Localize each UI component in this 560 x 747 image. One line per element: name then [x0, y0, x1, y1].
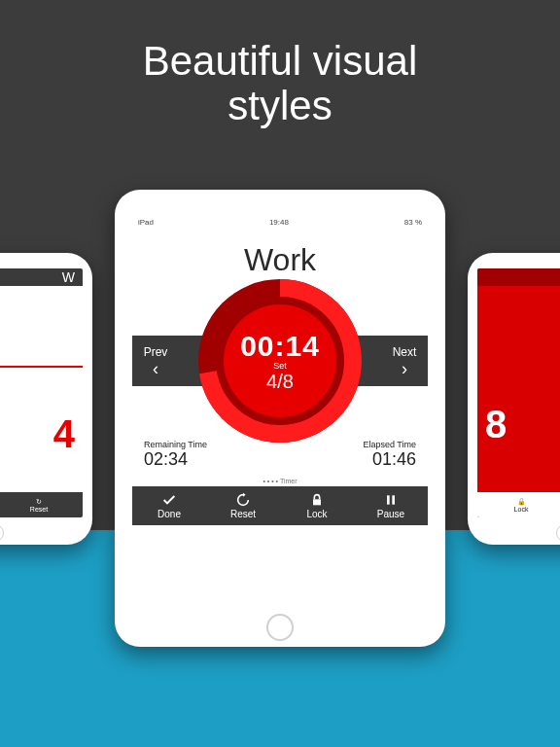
page-dots: • • • • Timer — [132, 476, 428, 486]
left-progress — [0, 366, 83, 368]
timer-value: 00:14 — [240, 330, 320, 363]
status-device: iPad — [138, 218, 154, 227]
left-remaining-value: 02:36 — [0, 474, 77, 490]
left-title: W — [62, 269, 75, 285]
headline-2: styles — [228, 83, 332, 128]
right-elapsed: Elapsed Time 01:42 — [483, 465, 560, 490]
ipad-center: iPad 19:48 83 % Work Prev ‹ Next › — [115, 190, 445, 647]
right-elapsed-label: Elapsed Time — [483, 465, 560, 474]
set-fraction: 4/8 — [266, 371, 294, 393]
status-time: 19:48 — [269, 218, 289, 227]
reset-button[interactable]: Reset — [206, 486, 280, 525]
svg-rect-3 — [392, 495, 395, 504]
right-toolbar: 🔒 Lock ❚❚ Pause — [477, 492, 560, 517]
pause-button[interactable]: Pause — [354, 486, 428, 525]
left-remaining-label: Remaining Time — [0, 465, 77, 474]
right-screen: › 18 8 Elapsed Time 01:42 🔒 Lock — [477, 268, 560, 517]
home-button[interactable] — [0, 524, 4, 542]
status-bar: iPad 19:48 83 % — [132, 215, 428, 229]
elapsed-value: 01:46 — [363, 449, 416, 470]
chevron-right-icon: › — [402, 360, 407, 377]
left-set: 4 — [0, 372, 83, 456]
lock-button[interactable]: Lock — [280, 486, 354, 525]
home-button[interactable] — [556, 524, 560, 542]
chevron-left-icon: ‹ — [153, 360, 158, 377]
dial-inner: 00:14 Set 4/8 — [224, 304, 336, 417]
lock-button[interactable]: 🔒 Lock — [477, 492, 560, 517]
elapsed-label: Elapsed Time — [363, 440, 416, 449]
home-button[interactable] — [266, 614, 294, 641]
reset-icon: ↻ — [36, 498, 42, 506]
left-remaining: Remaining Time 02:36 — [0, 465, 77, 490]
status-battery: 83 % — [404, 218, 422, 227]
svg-rect-2 — [387, 495, 390, 504]
reset-button[interactable]: ↻ Reset — [0, 492, 83, 517]
remaining-value: 02:34 — [144, 449, 207, 470]
timer-area: Prev ‹ Next › 00:14 Set 4/8 — [132, 288, 428, 434]
prev-button[interactable]: Prev ‹ — [132, 336, 179, 386]
pause-icon — [383, 492, 399, 508]
lock-icon: 🔒 — [517, 498, 526, 506]
left-topbar: ‹ W — [0, 268, 83, 286]
left-big-time: 00 — [0, 286, 83, 362]
prev-label: Prev — [144, 345, 168, 359]
next-button[interactable]: Next › — [381, 336, 428, 386]
headline-1: Beautiful visual — [143, 38, 418, 84]
done-button[interactable]: Done — [132, 486, 206, 525]
right-topbar: › — [477, 268, 560, 286]
left-screen: ‹ W 00 4 Remaining Time 02:36 ✓ Done ↻ — [0, 268, 83, 517]
right-big-time: 18 — [477, 286, 560, 362]
toolbar: Done Reset Lock Pause — [132, 486, 428, 525]
set-label: Set — [273, 361, 287, 371]
device-stage: ‹ W 00 4 Remaining Time 02:36 ✓ Done ↻ — [0, 190, 560, 695]
left-toolbar: ✓ Done ↻ Reset — [0, 492, 83, 517]
timer-dial[interactable]: 00:14 Set 4/8 — [198, 279, 362, 443]
svg-rect-1 — [313, 499, 321, 505]
ipad-left: ‹ W 00 4 Remaining Time 02:36 ✓ Done ↻ — [0, 253, 92, 545]
headline: Beautiful visual styles — [0, 0, 560, 158]
right-elapsed-value: 01:42 — [483, 474, 560, 490]
lock-icon — [309, 492, 325, 508]
ipad-right: › 18 8 Elapsed Time 01:42 🔒 Lock — [468, 253, 560, 545]
right-set: 8 — [477, 362, 560, 446]
reset-icon — [235, 492, 251, 508]
elapsed-stat: Elapsed Time 01:46 — [363, 440, 416, 470]
check-icon — [161, 492, 177, 508]
remaining-stat: Remaining Time 02:34 — [144, 440, 207, 470]
next-label: Next — [393, 345, 417, 359]
